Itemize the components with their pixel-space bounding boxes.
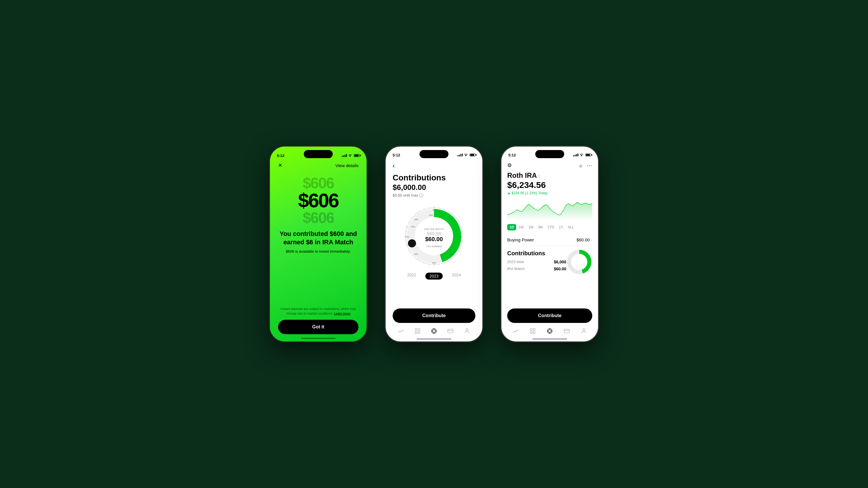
home-bar-3: [532, 338, 567, 340]
tab-1m[interactable]: 1M: [526, 224, 535, 230]
time-tabs: 1D 1W 1M 3M YTD 1Y ALL: [507, 224, 592, 230]
wifi-icon-1: [348, 154, 352, 157]
nav-card-icon-3[interactable]: [564, 328, 570, 334]
search-icon[interactable]: ⌕: [579, 162, 582, 168]
svg-line-36: [405, 241, 406, 241]
tab-3m[interactable]: 3M: [535, 224, 545, 230]
phone1-nav: ✕ View details: [278, 161, 359, 173]
nav-grid-icon-2[interactable]: [414, 328, 421, 334]
svg-line-19: [459, 251, 460, 251]
buying-power-value: $60.00 ›: [576, 237, 592, 242]
svg-text:50%: 50%: [414, 253, 418, 255]
roth-amount: $6,234.56: [507, 180, 592, 190]
nav-person-icon-2[interactable]: [464, 328, 470, 334]
svg-text:70% EARNED: 70% EARNED: [426, 245, 442, 248]
phone-2: 5:12 ‹ Contributions $6,000.00: [385, 146, 483, 342]
row2-label: IRA Match: [507, 266, 525, 271]
svg-line-33: [408, 251, 409, 251]
bottom-nav-2: [393, 325, 475, 338]
svg-line-32: [411, 255, 412, 255]
nav-grid-icon-3[interactable]: [529, 328, 536, 334]
svg-text:0%: 0%: [433, 209, 435, 211]
svg-text:40%: 40%: [432, 262, 436, 264]
nav-card-icon-2[interactable]: [447, 328, 454, 334]
dollar-stack: $606 $606 $606: [298, 175, 338, 225]
svg-text:60%: 60%: [405, 236, 409, 238]
menu-icon[interactable]: ···: [587, 162, 592, 168]
phone2-content: ‹ Contributions $6,000.00 $0.00 until ma…: [386, 161, 482, 341]
phones-container: 5:12 ✕ View details $606: [269, 146, 599, 342]
year-2022[interactable]: 2022: [407, 272, 416, 280]
svg-line-28: [424, 263, 424, 264]
contribution-row-1: 2023 total $6,000: [507, 260, 566, 264]
home-bar-2: [416, 338, 452, 340]
svg-point-92: [583, 329, 585, 331]
status-icons-3: [573, 154, 591, 156]
svg-line-6: [444, 208, 444, 209]
phone3-nav: ⚙ ⌕ ···: [507, 161, 592, 171]
contributions-title: Contributions: [393, 173, 475, 183]
amount-ghost-top: $606: [303, 175, 334, 191]
svg-rect-80: [530, 329, 532, 330]
tab-1y[interactable]: 1Y: [557, 224, 566, 230]
nav-chart-icon-3[interactable]: [513, 328, 519, 334]
buying-power-row[interactable]: Buying Power $60.00 ›: [507, 234, 592, 246]
svg-line-41: [408, 222, 409, 222]
svg-line-11: [459, 222, 460, 222]
tab-1d[interactable]: 1D: [507, 224, 516, 230]
tab-all[interactable]: ALL: [565, 224, 576, 230]
wifi-icon-2: [464, 154, 468, 156]
signal-bars-2: [458, 154, 463, 156]
svg-text:20%: 20%: [458, 236, 462, 238]
chevron-right-icon: ›: [591, 238, 592, 242]
svg-line-7: [448, 211, 449, 212]
nav-person-icon-3[interactable]: [581, 328, 587, 334]
contributions-rows: 2023 total $6,000 IRA Match $60.00: [507, 260, 566, 271]
svg-point-76: [466, 329, 468, 331]
row1-label: 2023 total: [507, 260, 524, 264]
svg-text:$60.00: $60.00: [427, 231, 441, 236]
view-details-button[interactable]: View details: [335, 163, 359, 168]
tab-ytd[interactable]: YTD: [545, 224, 557, 230]
donut-svg: 0% 10% 20% 30% 40% 50% 60% 70% 80% 90% 2…: [402, 204, 466, 268]
contribute-button-2[interactable]: Contribute: [393, 308, 475, 323]
nav-chart-icon-2[interactable]: [398, 328, 404, 334]
svg-line-12: [461, 226, 462, 226]
wifi-icon-3: [580, 154, 584, 156]
contribute-button-3[interactable]: Contribute: [507, 308, 592, 323]
year-selector: 2022 2023 2024: [393, 272, 475, 280]
svg-line-40: [406, 226, 407, 226]
learn-more-link[interactable]: Learn more: [334, 312, 350, 315]
contributions-section-title: Contributions: [507, 250, 566, 257]
svg-text:70%: 70%: [414, 219, 418, 221]
signal-bars-3: [573, 154, 578, 156]
phone2-nav: ‹: [393, 161, 475, 173]
time-3: 5:12: [508, 153, 516, 157]
chart-svg: [507, 197, 592, 221]
close-button[interactable]: ✕: [278, 162, 282, 168]
row1-value: $6,000: [554, 260, 566, 264]
svg-text:2022 IRA MATCH: 2022 IRA MATCH: [424, 228, 443, 230]
svg-line-45: [419, 211, 420, 212]
svg-line-10: [456, 217, 457, 218]
settings-icon[interactable]: ⚙: [507, 162, 512, 168]
time-1: 5:12: [277, 154, 284, 158]
year-2023[interactable]: 2023: [425, 272, 442, 280]
svg-line-42: [411, 217, 412, 218]
svg-rect-83: [533, 332, 535, 333]
svg-line-38: [405, 231, 406, 231]
tab-1w[interactable]: 1W: [516, 224, 526, 230]
back-button[interactable]: ‹: [393, 162, 395, 169]
info-icon[interactable]: i: [419, 193, 423, 197]
svg-line-24: [444, 263, 444, 264]
svg-rect-82: [530, 332, 532, 333]
svg-line-16: [462, 241, 463, 241]
phone-1: 5:12 ✕ View details $606: [269, 146, 368, 342]
phone3-content: ⚙ ⌕ ··· Roth IRA ⁝ $6,234.56 ▲ $234.56 (…: [501, 161, 598, 341]
nav-ira-icon-3[interactable]: [547, 328, 553, 334]
battery-icon-3: [585, 154, 591, 156]
year-2024[interactable]: 2024: [452, 272, 461, 280]
nav-ira-icon-2[interactable]: [431, 328, 437, 334]
got-it-button[interactable]: Got it: [278, 320, 359, 334]
svg-rect-66: [415, 332, 417, 333]
